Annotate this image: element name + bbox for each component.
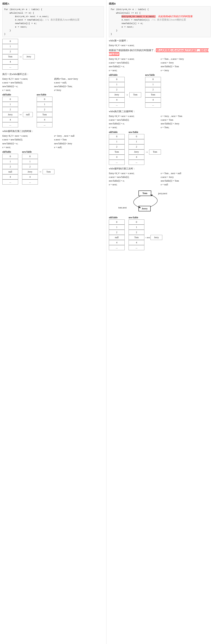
while1-old-table: oldTable 0 1 2 Jerry → Tom 4 ... — [109, 74, 141, 108]
while2-left: Entry<K,V> next = e.next; e.next = newTa… — [109, 114, 159, 130]
w3o-2: 2 — [109, 230, 125, 235]
nc2-0: 0 — [22, 154, 38, 159]
left-code-block: for (Entry<K,V> e : table) { while(null … — [2, 6, 104, 37]
w2-new-array: 0 1 2 Jerry → Tom 4 ... — [128, 134, 161, 165]
w1o-4: 4 — [109, 98, 125, 102]
w2n-jerry-row: Jerry → Tom — [128, 150, 161, 154]
old-table-label: oldTable — [2, 93, 33, 96]
w3o-1: 1 — [109, 224, 125, 230]
oc-dots: ... — [2, 122, 18, 128]
while3-tables: oldTable 0 1 2 null 4 ... newTable 0 1 2 — [109, 216, 211, 250]
while1-right: e = Tom，e.next = Jerry e.next = Jerry ne… — [161, 57, 211, 72]
nc2-4: 4 — [22, 174, 38, 180]
right-column: 线程B for (Entry<K,V> e : table) { while(n… — [106, 0, 213, 644]
w1n-4: 4 — [145, 98, 161, 102]
w3n-tom: Tom — [128, 235, 144, 240]
while2-old-table: oldTable 0 1 2 Tom 4 ... — [109, 131, 125, 165]
w1n-tom: Tom — [145, 92, 161, 98]
w1n-1: 1 — [145, 82, 161, 87]
w1o-0: 0 — [109, 77, 125, 82]
oc2-dots: ... — [2, 180, 18, 184]
oc2-4: 4 — [2, 174, 18, 180]
circular-diagram: Tom Jerry tom.next jerry.next — [115, 188, 174, 214]
w3o-0: 0 — [109, 220, 125, 224]
while1-tables: oldTable 0 1 2 Jerry → Tom 4 ... newTabl… — [109, 74, 211, 108]
while2-title: while执行第二次循环时： — [109, 110, 211, 113]
w3o-null: null — [109, 235, 125, 240]
arrow-w2-jerry-tom: → — [145, 150, 148, 154]
w2n-tom: Tom — [149, 150, 161, 154]
node-jerry: Jerry — [23, 54, 35, 59]
w3n-1: 1 — [128, 224, 144, 230]
w2o-dots: ... — [109, 160, 125, 165]
new-array-after2: 0 1 2 Jerry → Tom 4 ... — [22, 154, 54, 184]
while1-line1: Entry<K,V> next = e.next; — [109, 44, 211, 47]
nc2-1: 1 — [22, 159, 38, 164]
while3-two-col: Entry<K,V> next = e.next; e.next = newTa… — [109, 172, 211, 187]
nc1-4: 4 — [37, 117, 52, 122]
arrow-jerry-null: → — [19, 113, 22, 116]
w2n-4: 4 — [128, 154, 144, 160]
left-column: 线程A for (Entry<K,V> e : table) { while(n… — [0, 0, 106, 644]
w1-new-array: 0 1 2 Tom 4 ... — [145, 77, 161, 108]
w2o-1: 1 — [109, 139, 125, 144]
while3-old-table: oldTable 0 1 2 null 4 ... — [109, 216, 125, 250]
while2-right: e = Jerry，next = Tom e.next = Tom newTab… — [161, 114, 211, 130]
cell-4: 4 — [2, 59, 18, 64]
w2o-4: 4 — [109, 154, 125, 160]
nc1-dots: ... — [37, 122, 52, 128]
w2n-0: 0 — [128, 134, 144, 139]
w1o-2: 2 — [109, 87, 125, 92]
oc-jerry: Jerry — [2, 112, 18, 117]
w3n-4: 4 — [128, 240, 144, 245]
w2o-tom: Tom — [109, 150, 125, 154]
w1-new-label: newTable — [145, 74, 161, 76]
old-table-label2: oldTable — [2, 150, 18, 154]
oc-jerry-row: Jerry → null — [2, 112, 33, 117]
w2n-1: 1 — [128, 139, 144, 144]
oc2-null: null — [2, 169, 18, 174]
w3o-4: 4 — [109, 240, 125, 245]
desc-after2: while循环执行第二次的时候： — [2, 129, 104, 133]
w1-old-label: oldTable — [109, 74, 141, 76]
cell-tom-row: Tom → Jerry — [2, 54, 104, 59]
new-table-after1: newTable 0 1 2 Tom 4 ... — [37, 93, 52, 128]
w2-old-label: oldTable — [109, 131, 125, 134]
while3-new-table: newTable 0 1 2 Tom ←next Jerry 4 ... — [128, 216, 162, 250]
nc2-jerry-row: Jerry → Tom — [22, 169, 54, 174]
w3-old-label: oldTable — [109, 216, 125, 219]
null-node: null — [23, 112, 33, 117]
oc2-2: 2 — [2, 164, 18, 169]
cell-0: 0 — [2, 39, 18, 44]
w3o-dots: ... — [109, 245, 125, 250]
w2-new-label: newTable — [128, 131, 161, 134]
nc1-1: 1 — [37, 102, 52, 107]
w2o-2: 2 — [109, 144, 125, 150]
oc-1: 1 — [2, 102, 18, 107]
old-array-after2: 0 1 2 null 4 ... — [2, 154, 18, 184]
w3-new-array: 0 1 2 Tom ←next Jerry 4 ... — [128, 220, 162, 250]
oc2-1: 1 — [2, 159, 18, 164]
while2-tables: oldTable 0 1 2 Tom 4 ... newTable 0 1 2 — [109, 131, 211, 165]
while3-title: while循环执行第三次时： — [109, 167, 211, 170]
cell-tom: Tom — [2, 54, 18, 59]
nc2-2: 2 — [22, 164, 38, 169]
old-table-after1: oldTable 0 1 2 Jerry → null 4 ... — [2, 93, 33, 128]
arrow-tom-jerry: → — [19, 55, 22, 58]
while1-title: while第一次循环： — [109, 39, 211, 42]
oc-2: 2 — [2, 107, 18, 112]
right-title: 线程B — [109, 2, 211, 6]
oc-0: 0 — [2, 96, 18, 102]
old-array-after1: 0 1 2 Jerry → null 4 ... — [2, 96, 33, 128]
new-table-after2: newTable 0 1 2 Jerry → Tom 4 ... — [22, 150, 54, 184]
while2-new-table: newTable 0 1 2 Jerry → Tom 4 ... — [128, 131, 161, 165]
left-desc2: Entry<K,V> next = e.next; e.next = newTa… — [2, 134, 52, 149]
initial-array: 0 1 2 Tom → Jerry 4 ... — [2, 39, 104, 70]
after1-tables: oldTable 0 1 2 Jerry → null 4 ... newTab… — [2, 93, 104, 128]
while3-left: Entry<K,V> next = e.next; e.next = newTa… — [109, 172, 159, 187]
arrow-w1-jerry-tom: → — [126, 93, 128, 96]
w2n-jerry: Jerry — [128, 150, 144, 154]
w1o-jerry: Jerry — [109, 92, 125, 98]
while1-left: Entry<K,V> next = e.next; e.next = newTa… — [109, 57, 159, 72]
right-code-block: for (Entry<K,V> e : table) { while(null … — [109, 6, 211, 37]
